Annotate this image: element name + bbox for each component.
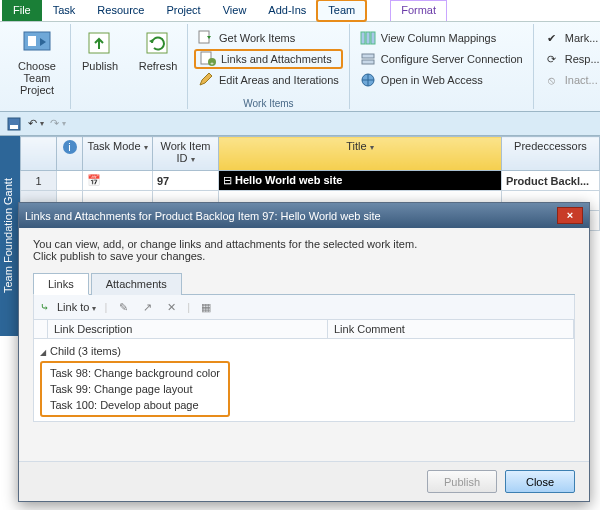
highlighted-links: Task 98: Change background color Task 99… xyxy=(40,361,230,417)
tab-resource[interactable]: Resource xyxy=(86,0,155,21)
view-column-mappings-button[interactable]: View Column Mappings xyxy=(356,28,527,48)
svg-rect-4 xyxy=(199,31,209,43)
svg-rect-1 xyxy=(28,36,36,46)
columns-icon[interactable]: ▦ xyxy=(198,299,214,315)
edit-areas-label: Edit Areas and Iterations xyxy=(219,74,339,86)
svg-rect-0 xyxy=(24,32,50,50)
svg-rect-9 xyxy=(366,32,370,44)
get-work-items-label: Get Work Items xyxy=(219,32,295,44)
tab-team[interactable]: Team xyxy=(317,0,366,21)
svg-rect-11 xyxy=(362,54,374,58)
save-icon[interactable] xyxy=(6,116,22,132)
choose-label: Choose Team Project xyxy=(10,60,64,96)
row-pred-cell[interactable]: Product Backl... xyxy=(502,171,600,191)
dialog-intro: You can view, add, or change links and a… xyxy=(33,238,575,262)
links-attachments-button[interactable]: + Links and Attachments xyxy=(194,49,343,69)
refresh-label: Refresh xyxy=(139,60,178,72)
inact-button[interactable]: ⦸Inact... xyxy=(540,70,600,90)
resp-label: Resp... xyxy=(565,53,600,65)
edit-link-icon[interactable]: ✎ xyxy=(115,299,131,315)
resp-button[interactable]: ⟳Resp... xyxy=(540,49,600,69)
svg-rect-12 xyxy=(362,60,374,64)
col-info[interactable]: i xyxy=(57,137,83,171)
choose-team-project-button[interactable]: Choose Team Project xyxy=(10,24,64,96)
row-info-cell[interactable] xyxy=(57,171,83,191)
list-item[interactable]: Task 100: Develop about page xyxy=(46,397,224,413)
tab-file[interactable]: File xyxy=(2,0,42,21)
tab-format[interactable]: Format xyxy=(390,0,447,21)
col-predecessors[interactable]: Predeccessors xyxy=(502,137,600,171)
dialog-titlebar[interactable]: Links and Attachments for Product Backlo… xyxy=(19,203,589,228)
row-id-value: 97 xyxy=(157,175,169,187)
link-group-child[interactable]: Child (3 items) xyxy=(40,343,568,359)
tab-links[interactable]: Links xyxy=(33,273,89,295)
svg-text:+: + xyxy=(210,60,214,66)
col-link-comment[interactable]: Link Comment xyxy=(328,320,574,338)
redo-button[interactable]: ↷ xyxy=(50,116,66,132)
tab-attachments[interactable]: Attachments xyxy=(91,273,182,295)
get-work-items-button[interactable]: Get Work Items xyxy=(194,28,343,48)
close-dialog-button[interactable]: Close xyxy=(505,470,575,493)
open-web-label: Open in Web Access xyxy=(381,74,483,86)
expand-col[interactable] xyxy=(34,320,48,338)
globe-icon xyxy=(360,72,376,88)
link-to-icon: ⤷ xyxy=(40,301,49,314)
publish-dialog-button[interactable]: Publish xyxy=(427,470,497,493)
checkmark-icon: ✔ xyxy=(544,30,560,46)
links-toolbar: ⤷ Link to | ✎ ↗ ✕ | ▦ xyxy=(33,295,575,320)
col-title[interactable]: Title xyxy=(219,137,502,171)
row-title-cell[interactable]: ⊟ Hello World web site xyxy=(219,171,502,191)
col-pred-label: Predeccessors xyxy=(514,140,587,152)
attachment-icon: + xyxy=(200,51,216,67)
group-work-items-label: Work Items xyxy=(243,98,293,109)
list-item[interactable]: Task 99: Change page layout xyxy=(46,381,224,397)
svg-rect-10 xyxy=(371,32,375,44)
side-tab-gantt[interactable]: Team Foundation Gantt xyxy=(0,136,20,336)
tab-view[interactable]: View xyxy=(212,0,258,21)
mark-button[interactable]: ✔Mark... xyxy=(540,28,600,48)
configure-server-button[interactable]: Configure Server Connection xyxy=(356,49,527,69)
row-pred-value: Product Backl... xyxy=(506,175,589,187)
columns-icon xyxy=(360,30,376,46)
col-link-description[interactable]: Link Description xyxy=(48,320,328,338)
col-work-item-id[interactable]: Work Item ID xyxy=(153,137,219,171)
ribbon-tabstrip: File Task Resource Project View Add-Ins … xyxy=(0,0,600,22)
delete-link-icon[interactable]: ✕ xyxy=(163,299,179,315)
col-id-label: Work Item ID xyxy=(161,140,211,164)
auto-schedule-icon: 📅 xyxy=(87,174,101,186)
tab-addins[interactable]: Add-Ins xyxy=(257,0,317,21)
refresh-button[interactable]: Refresh xyxy=(135,24,181,72)
links-attachments-label: Links and Attachments xyxy=(221,53,332,65)
links-attachments-dialog: Links and Attachments for Product Backlo… xyxy=(18,202,590,502)
col-rownum[interactable] xyxy=(21,137,57,171)
server-icon xyxy=(360,51,376,67)
row-number[interactable]: 1 xyxy=(21,171,57,191)
open-link-icon[interactable]: ↗ xyxy=(139,299,155,315)
tab-project[interactable]: Project xyxy=(155,0,211,21)
ribbon: Choose Team Project Publish Refresh Get … xyxy=(0,22,600,112)
col-task-mode[interactable]: Task Mode xyxy=(83,137,153,171)
inact-icon: ⦸ xyxy=(544,72,560,88)
undo-button[interactable]: ↶ xyxy=(28,116,44,132)
col-mode-label: Task Mode xyxy=(87,140,147,152)
list-item[interactable]: Task 98: Change background color xyxy=(46,365,224,381)
tab-task[interactable]: Task xyxy=(42,0,87,21)
row-title-value: Hello World web site xyxy=(235,174,342,186)
publish-icon xyxy=(85,28,115,58)
link-to-dropdown[interactable]: Link to xyxy=(57,301,96,313)
pencil-icon xyxy=(198,72,214,88)
close-icon[interactable]: × xyxy=(557,207,583,224)
download-icon xyxy=(198,30,214,46)
svg-rect-8 xyxy=(361,32,365,44)
config-label: Configure Server Connection xyxy=(381,53,523,65)
publish-button[interactable]: Publish xyxy=(77,24,123,72)
row-id-cell[interactable]: 97 xyxy=(153,171,219,191)
publish-label: Publish xyxy=(82,60,118,72)
info-icon: i xyxy=(63,140,77,154)
edit-areas-button[interactable]: Edit Areas and Iterations xyxy=(194,70,343,90)
col-title-label: Title xyxy=(346,140,373,152)
dialog-tabstrip: Links Attachments xyxy=(33,272,575,295)
table-row[interactable]: 1 📅 97 ⊟ Hello World web site Product Ba… xyxy=(21,171,600,191)
open-web-access-button[interactable]: Open in Web Access xyxy=(356,70,527,90)
row-mode-cell[interactable]: 📅 xyxy=(83,171,153,191)
